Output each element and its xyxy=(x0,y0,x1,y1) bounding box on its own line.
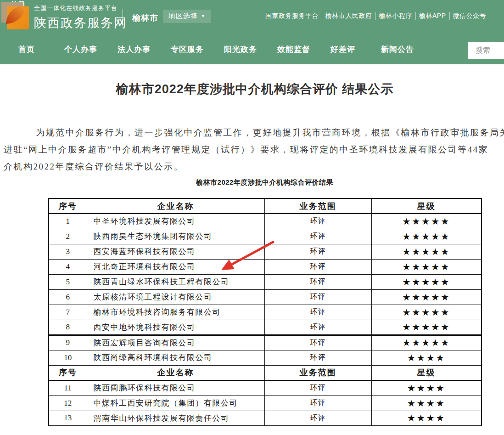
seq-cell: 5 xyxy=(49,274,87,289)
scope-cell: 环评 xyxy=(264,244,371,259)
nav-item-2[interactable]: 法人办事 xyxy=(118,44,151,55)
top-link-3[interactable]: 榆林APP xyxy=(415,12,449,20)
stars-cell: ★★★★★ xyxy=(371,305,482,320)
scope-cell: 环评 xyxy=(264,259,371,274)
table-header-row: 序号企业名称业务范围星级 xyxy=(49,365,482,380)
company-name-cell: 榆林市环境科技咨询服务有限公司 xyxy=(87,305,264,320)
company-name-cell: 中圣环境科技发展有限公司 xyxy=(87,214,264,229)
stars-cell: ★★★★ xyxy=(371,411,482,426)
company-name-cell: 陕西雨昊生态环境集团有限公司 xyxy=(87,229,264,244)
scope-cell: 环评 xyxy=(264,229,371,244)
stars-cell: ★★★★★ xyxy=(371,229,482,244)
table-row: 6太原核清环境工程设计有限公司环评★★★★★ xyxy=(49,289,482,305)
company-name-cell: 西安中地环境科技有限公司 xyxy=(87,320,264,335)
caret-down-icon: ▼ xyxy=(201,14,206,18)
site-logo-icon xyxy=(1,2,29,29)
table-row: 5陕西青山绿水环保科技工程有限公司环评★★★★★ xyxy=(49,274,482,289)
seq-cell: 1 xyxy=(49,214,87,229)
stars-cell: ★★★★★ xyxy=(371,259,482,274)
seq-cell: 7 xyxy=(49,305,87,320)
scope-cell: 环评 xyxy=(264,305,371,320)
table-row: 7榆林市环境科技咨询服务有限公司环评★★★★★ xyxy=(49,305,482,320)
table-row: 12中煤科工西安研究院（集团）有限公司环评★★★★ xyxy=(49,395,482,411)
table-row: 2陕西雨昊生态环境集团有限公司环评★★★★★ xyxy=(49,229,482,244)
paragraph-line: 介机构2022年度综合评价结果予以公示。 xyxy=(4,158,504,175)
column-header: 企业名称 xyxy=(87,198,264,214)
company-name-cell: 河北奇正环境科技有限公司 xyxy=(87,259,264,274)
platform-name: 全国一体化在线政务服务平台 xyxy=(34,4,127,12)
scope-cell: 环评 xyxy=(264,411,371,426)
scope-cell: 环评 xyxy=(264,274,371,289)
stars-cell: ★★★★★ xyxy=(371,214,482,229)
paragraph-line: 进驻“网上中介服务超市”中介机构考评管理规定（试行）》要求，现将评定的中圣环境科… xyxy=(4,141,504,158)
main-nav: 首页个人办事法人办事专区服务阳光政务效能监督好差评新闻公告 xyxy=(0,34,504,64)
table-row: 10陕西尚绿高科环境科技有限公司环评★★★★ xyxy=(49,350,482,365)
column-header: 业务范围 xyxy=(264,198,371,214)
company-name-cell: 西安海蓝环保科技有限公司 xyxy=(87,244,264,259)
nav-item-4[interactable]: 阳光政务 xyxy=(224,44,257,55)
seq-cell: 11 xyxy=(49,380,87,395)
region-select-label: 地区选择 xyxy=(168,12,198,21)
site-header: 全国一体化在线政务服务平台 陕西政务服务网 榆林市 地区选择 ▼ 国家政务服务平… xyxy=(0,0,504,64)
top-links: 国家政务服务平台榆林市人民政府榆林小程序榆林APP微信公众号 xyxy=(265,12,489,20)
scope-cell: 环评 xyxy=(264,214,371,229)
table-row: 13渭南华山环保科技发展有限责任公司环评★★★★ xyxy=(49,411,482,426)
scope-cell: 环评 xyxy=(264,289,371,305)
column-header: 企业名称 xyxy=(87,365,264,380)
company-name-cell: 渭南华山环保科技发展有限责任公司 xyxy=(87,411,264,426)
table-row: 11陕西阔鹏环保科技有限公司环评★★★★ xyxy=(49,380,482,395)
stars-cell: ★★★★★ xyxy=(371,274,482,289)
page-title: 榆林市2022年度涉批中介机构综合评价 结果公示 xyxy=(0,81,504,97)
stars-cell: ★★★★ xyxy=(371,350,482,365)
table-header-row: 序号企业名称业务范围星级 xyxy=(49,198,482,214)
seq-cell: 8 xyxy=(49,320,87,335)
seq-cell: 13 xyxy=(49,411,87,426)
column-header: 星级 xyxy=(371,198,482,214)
table-row: 9陕西宏辉项目咨询有限公司环评★★★★★ xyxy=(49,335,482,350)
column-header: 星级 xyxy=(371,365,482,380)
stars-cell: ★★★★★ xyxy=(371,289,482,305)
column-header: 序号 xyxy=(49,365,87,380)
seq-cell: 9 xyxy=(49,335,87,350)
nav-item-3[interactable]: 专区服务 xyxy=(171,44,204,55)
evaluation-table-body: 序号企业名称业务范围星级1中圣环境科技发展有限公司环评★★★★★2陕西雨昊生态环… xyxy=(49,198,482,426)
table-row: 3西安海蓝环保科技有限公司环评★★★★★ xyxy=(49,244,482,259)
announcement-paragraph: 为规范中介服务行为，进一步强化中介监管工作，更好地提升我市营商环境，根据《榆林市… xyxy=(4,124,504,175)
company-name-cell: 中煤科工西安研究院（集团）有限公司 xyxy=(87,395,264,411)
company-name-cell: 陕西尚绿高科环境科技有限公司 xyxy=(87,350,264,365)
brand-text: 全国一体化在线政务服务平台 陕西政务服务网 xyxy=(34,4,127,31)
paragraph-line: 为规范中介服务行为，进一步强化中介监管工作，更好地提升我市营商环境，根据《榆林市… xyxy=(4,124,504,141)
scope-cell: 环评 xyxy=(264,380,371,395)
top-link-4[interactable]: 微信公众号 xyxy=(449,12,490,20)
column-header: 序号 xyxy=(49,198,87,214)
nav-item-5[interactable]: 效能监督 xyxy=(277,44,310,55)
company-name-cell: 陕西宏辉项目咨询有限公司 xyxy=(87,335,264,350)
stars-cell: ★★★★ xyxy=(371,380,482,395)
scope-cell: 环评 xyxy=(264,350,371,365)
scope-cell: 环评 xyxy=(264,335,371,350)
current-city-label: 榆林市 xyxy=(132,12,158,23)
company-name-cell: 太原核清环境工程设计有限公司 xyxy=(87,289,264,305)
scope-cell: 环评 xyxy=(264,395,371,411)
seq-cell: 3 xyxy=(49,244,87,259)
region-select-button[interactable]: 地区选择 ▼ xyxy=(163,10,211,23)
stars-cell: ★★★★★ xyxy=(371,320,482,335)
top-link-1[interactable]: 榆林市人民政府 xyxy=(322,12,375,20)
nav-item-6[interactable]: 好差评 xyxy=(330,44,355,55)
seq-cell: 10 xyxy=(49,350,87,365)
table-row: 8西安中地环境科技有限公司环评★★★★★ xyxy=(49,320,482,335)
nav-item-0[interactable]: 首页 xyxy=(18,44,35,55)
nav-item-7[interactable]: 新闻公告 xyxy=(381,44,414,55)
company-name-cell: 陕西青山绿水环保科技工程有限公司 xyxy=(87,274,264,289)
company-name-cell: 陕西阔鹏环保科技有限公司 xyxy=(87,380,264,395)
nav-item-1[interactable]: 个人办事 xyxy=(64,44,97,55)
stars-cell: ★★★★ xyxy=(371,395,482,411)
top-link-2[interactable]: 榆林小程序 xyxy=(375,12,416,20)
top-link-0[interactable]: 国家政务服务平台 xyxy=(265,12,322,20)
search-input[interactable] xyxy=(468,42,504,59)
search-box xyxy=(468,42,504,59)
seq-cell: 6 xyxy=(49,289,87,305)
seq-cell: 4 xyxy=(49,259,87,274)
table-caption: 榆林市2022年度涉批中介机构综合评价结果 xyxy=(48,178,481,187)
seq-cell: 12 xyxy=(49,395,87,411)
